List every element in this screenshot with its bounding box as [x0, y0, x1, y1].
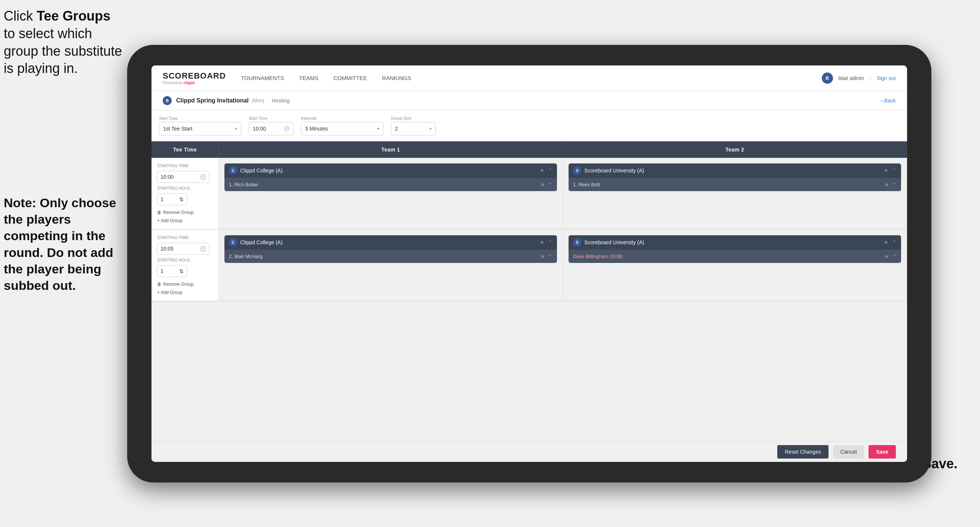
tablet-screen: SCOREBOARD Powered by clippd TOURNAMENTS…	[151, 65, 907, 462]
chevron-up-down-icon-1: ⇅	[179, 196, 184, 202]
back-button[interactable]: ‹ Back	[881, 98, 896, 103]
player-name-2-2-1: Dave Billingham (SUB)	[573, 253, 885, 259]
expand-icon-2-2[interactable]: ⌃	[892, 239, 897, 245]
player-row-2-1-1: 2. Blair McHarg ✕ ⌃	[224, 250, 557, 263]
expand-player-icon-1-2-1[interactable]: ⌃	[892, 182, 897, 188]
nav-tournaments[interactable]: TOURNAMENTS	[241, 73, 284, 83]
player-row-2-2-1: Dave Billingham (SUB) ✕ ⌃	[568, 250, 901, 263]
navbar: SCOREBOARD Powered by clippd TOURNAMENTS…	[151, 65, 907, 91]
remove-team-icon-2-1[interactable]: ✕	[540, 239, 544, 245]
starting-hole-input-1[interactable]: 1 ⇅	[157, 193, 187, 205]
expand-player-icon-2-1-1[interactable]: ⌃	[548, 253, 552, 260]
team2-header: Team 2	[563, 142, 907, 158]
starting-time-input-1[interactable]: 10:00 🕙	[157, 171, 210, 183]
main-content: Start Type 1st Tee Start ▾ Start Time 10…	[151, 110, 907, 441]
nav-teams[interactable]: TEAMS	[299, 73, 318, 83]
main-instruction: Click Tee Groups to select which group t…	[4, 8, 123, 77]
starting-time-label-1: STARTING TIME:	[157, 164, 213, 168]
team-card-2-1-header: C Clippd College (A) ✕ ⌃	[224, 235, 557, 250]
chevron-down-icon-3: ▾	[430, 126, 432, 131]
team-badge-2-1: C	[229, 238, 237, 247]
tournament-gender: (Men)	[252, 98, 264, 103]
tablet-shell: SCOREBOARD Powered by clippd TOURNAMENTS…	[127, 45, 931, 482]
cancel-button[interactable]: Cancel	[833, 445, 864, 459]
group-2-team2: S Scoreboard University (A) ✕ ⌃ Dave Bil…	[563, 230, 907, 301]
player-row-1-2-1: 1. Rees Britt ✕ ⌃	[568, 178, 901, 191]
add-group-button-2[interactable]: + Add Group	[157, 290, 213, 295]
user-name: blair admin	[838, 75, 864, 81]
team-card-2-1: C Clippd College (A) ✕ ⌃ 2. Blair McHarg…	[224, 235, 557, 263]
remove-team-icon-1-1[interactable]: ✕	[540, 167, 544, 174]
start-type-field: Start Type 1st Tee Start ▾	[159, 116, 241, 135]
powered-by: Powered by clippd	[163, 81, 226, 85]
player-name-2-1-1: 2. Blair McHarg	[229, 253, 541, 259]
team-card-2-2: S Scoreboard University (A) ✕ ⌃ Dave Bil…	[568, 235, 901, 263]
expand-icon-1-1[interactable]: ⌃	[548, 167, 552, 174]
group-1-left: STARTING TIME: 10:00 🕙 STARTING HOLE: 1 …	[151, 158, 219, 229]
nav-committee[interactable]: COMMITTEE	[333, 73, 367, 83]
tee-time-header: Tee Time	[151, 142, 219, 158]
logo-text: SCOREBOARD	[163, 71, 226, 81]
team-name-1-1: Clippd College (A)	[240, 167, 537, 174]
footer: Reset Changes Cancel Save	[151, 441, 907, 462]
expand-icon-1-2[interactable]: ⌃	[892, 167, 897, 174]
team-actions-2-2: ✕ ⌃	[884, 239, 897, 245]
player-name-1-1-1: 1. Rich Butler	[229, 182, 541, 187]
reset-changes-button[interactable]: Reset Changes	[777, 445, 829, 459]
start-time-input[interactable]: 10:00 🕙	[249, 122, 294, 135]
start-type-label: Start Type	[159, 116, 241, 121]
note-instruction: Note: Only choose the players competing …	[4, 194, 131, 294]
nav-rankings[interactable]: RANKINGS	[382, 73, 411, 83]
group-size-label: Group Size	[391, 116, 436, 121]
expand-player-icon-1-1-1[interactable]: ⌃	[548, 182, 552, 188]
trash-icon-2: 🗑	[157, 282, 162, 287]
player-row-1-1-1: 1. Rich Butler ✕ ⌃	[224, 178, 557, 191]
team-card-1-2-header: S Scoreboard University (A) ✕ ⌃	[568, 164, 901, 178]
remove-player-icon-2-2-1[interactable]: ✕	[885, 253, 889, 260]
tournament-badge: B	[163, 96, 172, 105]
group-size-field: Group Size 2 ▾	[391, 116, 436, 135]
group-1-team2: S Scoreboard University (A) ✕ ⌃ 1. Rees …	[563, 158, 907, 229]
remove-group-button-1[interactable]: 🗑 Remove Group	[157, 210, 213, 215]
schedule-header: Tee Time Team 1 Team 2	[151, 142, 907, 158]
chevron-down-icon: ▾	[235, 126, 237, 131]
team-name-2-1: Clippd College (A)	[240, 239, 537, 245]
subheader: B Clippd Spring Invitational (Men) Hosti…	[151, 91, 907, 110]
team-card-2-2-header: S Scoreboard University (A) ✕ ⌃	[568, 235, 901, 250]
starting-hole-input-2[interactable]: 1 ⇅	[157, 265, 187, 277]
clock-icon-1: 🕙	[200, 174, 206, 180]
chevron-up-down-icon-2: ⇅	[179, 268, 184, 274]
group-1-team1: C Clippd College (A) ✕ ⌃ 1. Rich Butler …	[219, 158, 563, 229]
remove-team-icon-2-2[interactable]: ✕	[884, 239, 888, 245]
logo: SCOREBOARD Powered by clippd	[163, 71, 226, 85]
expand-icon-2-1[interactable]: ⌃	[548, 239, 552, 245]
start-time-field: Start Time 10:00 🕙	[249, 116, 294, 135]
start-type-input[interactable]: 1st Tee Start ▾	[159, 122, 241, 135]
group-2-left: STARTING TIME: 10:05 🕙 STARTING HOLE: 1 …	[151, 230, 219, 301]
team-name-1-2: Scoreboard University (A)	[584, 167, 881, 174]
remove-player-icon-2-1-1[interactable]: ✕	[541, 253, 545, 260]
note-bold: Note: Only choose the players competing …	[4, 196, 116, 293]
team-name-2-2: Scoreboard University (A)	[584, 239, 881, 245]
sign-out-link[interactable]: Sign out	[877, 75, 896, 81]
remove-group-button-2[interactable]: 🗑 Remove Group	[157, 282, 213, 287]
group-size-input[interactable]: 2 ▾	[391, 122, 436, 135]
tournament-title: Clippd Spring Invitational	[176, 97, 249, 104]
team-actions-1-1: ✕ ⌃	[540, 167, 552, 174]
remove-team-icon-1-2[interactable]: ✕	[884, 167, 888, 174]
remove-player-icon-1-2-1[interactable]: ✕	[885, 182, 889, 188]
starting-time-input-2[interactable]: 10:05 🕙	[157, 243, 210, 255]
settings-row: Start Type 1st Tee Start ▾ Start Time 10…	[151, 110, 907, 142]
intervals-input[interactable]: 5 Minutes ▾	[301, 122, 383, 135]
team-card-1-1-header: C Clippd College (A) ✕ ⌃	[224, 164, 557, 178]
add-group-button-1[interactable]: + Add Group	[157, 218, 213, 223]
nav-items: TOURNAMENTS TEAMS COMMITTEE RANKINGS	[241, 73, 822, 83]
starting-hole-label-1: STARTING HOLE:	[157, 186, 213, 190]
expand-player-icon-2-2-1[interactable]: ⌃	[892, 253, 897, 260]
team-badge-2-2: S	[573, 238, 581, 247]
remove-player-icon-1-1-1[interactable]: ✕	[541, 182, 545, 188]
player-name-1-2-1: 1. Rees Britt	[573, 182, 885, 187]
team-card-1-2: S Scoreboard University (A) ✕ ⌃ 1. Rees …	[568, 164, 901, 191]
save-button[interactable]: Save	[869, 445, 896, 459]
clock-icon-2: 🕙	[200, 246, 206, 252]
